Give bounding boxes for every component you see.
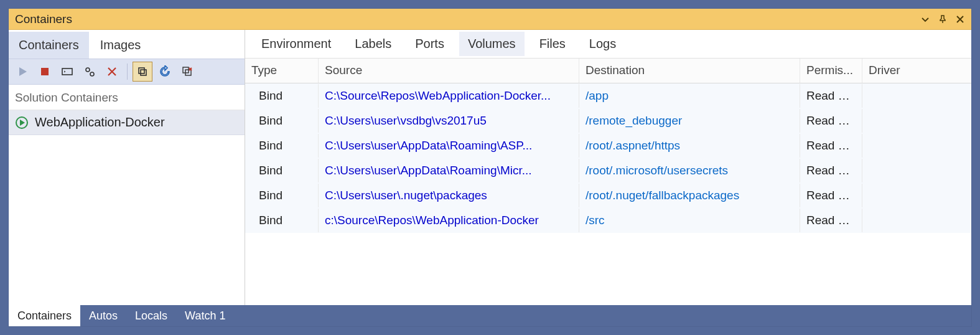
table-row[interactable]: BindC:\Source\Repos\WebApplication-Docke… — [245, 83, 971, 108]
left-tabs: Containers Images — [9, 30, 245, 59]
cell-permissions: Read write — [800, 184, 862, 207]
cell-permissions: Read write — [800, 209, 862, 232]
col-permissions[interactable]: Permis... — [800, 59, 862, 83]
volumes-grid: Type Source Destination Permis... Driver… — [245, 59, 971, 305]
cell-permissions: Read write — [800, 84, 862, 108]
bottom-tab-locals[interactable]: Locals — [126, 305, 176, 326]
refresh-button[interactable] — [155, 62, 175, 82]
cell-permissions: Read only — [800, 159, 862, 182]
cell-permissions: Read only — [800, 134, 862, 158]
cell-driver — [862, 215, 971, 225]
svg-point-3 — [90, 72, 94, 76]
cell-type: Bind — [245, 209, 319, 232]
tab-files[interactable]: Files — [531, 32, 574, 56]
cell-type: Bind — [245, 184, 319, 207]
prune-button[interactable] — [177, 62, 197, 82]
cell-type: Bind — [245, 134, 319, 158]
delete-button[interactable] — [102, 62, 122, 82]
cell-destination[interactable]: /root/.nuget/fallbackpackages — [579, 184, 800, 207]
bottom-tab-containers[interactable]: Containers — [9, 305, 80, 326]
tab-labels[interactable]: Labels — [346, 32, 400, 56]
col-destination[interactable]: Destination — [579, 59, 800, 83]
cell-destination[interactable]: /remote_debugger — [579, 109, 800, 133]
cell-destination[interactable]: /root/.microsoft/usersecrets — [579, 159, 800, 182]
col-source[interactable]: Source — [319, 59, 579, 83]
cell-type: Bind — [245, 84, 319, 108]
col-driver[interactable]: Driver — [862, 59, 971, 83]
table-row[interactable]: BindC:\Users\user\vsdbg\vs2017u5/remote_… — [245, 108, 971, 133]
tab-containers[interactable]: Containers — [9, 32, 89, 59]
cell-driver — [862, 141, 971, 151]
cell-source[interactable]: C:\Users\user\vsdbg\vs2017u5 — [319, 109, 579, 133]
svg-rect-4 — [139, 68, 144, 73]
table-row[interactable]: BindC:\Users\user\AppData\Roaming\ASP...… — [245, 133, 971, 158]
stop-button[interactable] — [35, 62, 55, 82]
bottom-tabs: Containers Autos Locals Watch 1 — [9, 305, 971, 326]
svg-rect-5 — [141, 70, 146, 75]
svg-rect-1 — [62, 68, 72, 75]
cell-destination[interactable]: /root/.aspnet/https — [579, 134, 800, 158]
cell-destination[interactable]: /src — [579, 209, 800, 232]
cell-source[interactable]: C:\Users\user\AppData\Roaming\ASP... — [319, 134, 579, 158]
window-options-icon[interactable] — [918, 12, 933, 27]
section-label: Solution Containers — [9, 85, 245, 110]
tab-ports[interactable]: Ports — [406, 32, 453, 56]
tab-environment[interactable]: Environment — [253, 32, 340, 56]
bottom-tab-autos[interactable]: Autos — [80, 305, 126, 326]
cell-type: Bind — [245, 109, 319, 133]
cell-source[interactable]: C:\Source\Repos\WebApplication-Docker... — [319, 84, 579, 108]
tab-volumes[interactable]: Volumes — [459, 32, 525, 56]
titlebar: Containers — [9, 9, 971, 30]
cell-type: Bind — [245, 159, 319, 182]
cell-driver — [862, 91, 971, 101]
toolbar-separator — [127, 64, 128, 80]
tab-images[interactable]: Images — [90, 32, 151, 59]
table-row[interactable]: BindC:\Users\user\.nuget\packages/root/.… — [245, 183, 971, 208]
cell-source[interactable]: C:\Users\user\.nuget\packages — [319, 184, 579, 207]
cell-source[interactable]: c:\Source\Repos\WebApplication-Docker — [319, 209, 579, 232]
table-row[interactable]: Bindc:\Source\Repos\WebApplication-Docke… — [245, 208, 971, 233]
containers-panel: Containers Containers Images — [9, 9, 971, 326]
detail-tabs: Environment Labels Ports Volumes Files L… — [245, 30, 971, 59]
details-pane: Environment Labels Ports Volumes Files L… — [245, 30, 971, 305]
table-row[interactable]: BindC:\Users\user\AppData\Roaming\Micr..… — [245, 158, 971, 183]
cell-source[interactable]: C:\Users\user\AppData\Roaming\Micr... — [319, 159, 579, 182]
container-toolbar — [9, 59, 245, 85]
settings-button[interactable] — [80, 62, 100, 82]
window-title: Containers — [15, 12, 72, 26]
cell-permissions: Read write — [800, 109, 862, 133]
cell-driver — [862, 166, 971, 176]
tab-logs[interactable]: Logs — [581, 32, 625, 56]
container-name: WebApplication-Docker — [35, 115, 165, 130]
cell-destination[interactable]: /app — [579, 84, 800, 108]
copy-button[interactable] — [133, 62, 152, 82]
cell-driver — [862, 191, 971, 201]
terminal-button[interactable] — [57, 62, 77, 82]
start-button[interactable] — [12, 62, 32, 82]
svg-point-2 — [86, 68, 90, 72]
pin-icon[interactable] — [935, 12, 950, 27]
grid-header: Type Source Destination Permis... Driver — [245, 59, 971, 83]
cell-driver — [862, 116, 971, 126]
container-item[interactable]: WebApplication-Docker — [9, 110, 245, 135]
close-icon[interactable] — [953, 12, 968, 27]
left-pane: Containers Images Solution Containers — [9, 30, 245, 305]
col-type[interactable]: Type — [245, 59, 319, 83]
svg-rect-0 — [41, 68, 49, 75]
running-icon — [15, 116, 29, 130]
bottom-tab-watch1[interactable]: Watch 1 — [176, 305, 234, 326]
